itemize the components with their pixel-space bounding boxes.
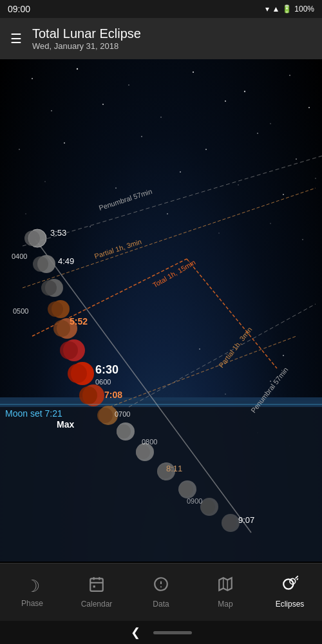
- signal-icon: ▲: [272, 5, 279, 14]
- svg-point-26: [167, 213, 168, 214]
- svg-text:5:52: 5:52: [70, 316, 88, 327]
- svg-point-15: [205, 149, 207, 150]
- data-icon: [153, 576, 169, 597]
- svg-point-107: [160, 586, 162, 587]
- svg-point-1: [77, 68, 78, 70]
- svg-point-63: [79, 386, 97, 404]
- svg-point-14: [141, 136, 142, 137]
- svg-point-49: [24, 231, 40, 246]
- nav-item-calendar[interactable]: Calendar: [71, 576, 122, 609]
- svg-point-25: [90, 226, 91, 227]
- svg-point-29: [302, 239, 303, 240]
- svg-point-7: [102, 104, 104, 105]
- svg-text:7:08: 7:08: [104, 390, 122, 400]
- svg-point-8: [160, 117, 162, 118]
- svg-point-75: [201, 500, 215, 514]
- svg-point-65: [97, 408, 113, 423]
- svg-line-41: [129, 304, 316, 407]
- svg-text:0900: 0900: [187, 497, 202, 505]
- svg-point-16: [257, 133, 258, 134]
- battery-icon: 🔋: [282, 5, 292, 14]
- eclipse-visualization: 3:53 4:49 5:52 6:30 7:08 8:11 9:07 0400 …: [0, 59, 322, 562]
- status-time: 09:00: [8, 4, 30, 14]
- svg-rect-38: [0, 401, 322, 562]
- svg-point-30: [199, 348, 200, 350]
- svg-point-28: [270, 223, 270, 223]
- svg-text:Penumbral 57min: Penumbral 57min: [98, 187, 153, 212]
- svg-point-3: [193, 71, 194, 73]
- svg-point-59: [60, 341, 78, 359]
- svg-text:9:07: 9:07: [238, 515, 254, 525]
- svg-text:8:11: 8:11: [166, 464, 182, 473]
- nav-label-phase: Phase: [21, 599, 43, 608]
- svg-text:6:30: 6:30: [95, 363, 118, 376]
- svg-point-73: [179, 482, 193, 497]
- nav-item-data[interactable]: Data: [135, 576, 187, 609]
- system-navigation: ❮: [0, 621, 322, 644]
- nav-item-eclipses[interactable]: Eclipses: [264, 576, 316, 609]
- svg-text:0600: 0600: [95, 378, 111, 386]
- wifi-icon: ▾: [265, 5, 269, 14]
- status-icons: ▾ ▲ 🔋 100%: [265, 5, 314, 14]
- svg-point-27: [218, 232, 220, 234]
- svg-text:0400: 0400: [12, 252, 27, 260]
- svg-point-32: [283, 355, 284, 356]
- svg-point-10: [270, 123, 270, 124]
- svg-point-22: [283, 194, 284, 195]
- svg-text:Partial 1h, 3min: Partial 1h, 3min: [93, 238, 142, 260]
- nav-label-calendar: Calendar: [81, 600, 113, 609]
- phase-icon: ☽: [25, 576, 40, 596]
- svg-point-57: [53, 320, 70, 337]
- svg-point-24: [25, 213, 26, 214]
- svg-text:0500: 0500: [13, 307, 28, 315]
- header: ☰ Total Lunar Eclipse Wed, January 31, 2…: [0, 18, 322, 59]
- svg-text:0700: 0700: [115, 410, 130, 418]
- svg-point-4: [244, 91, 245, 92]
- svg-point-19: [115, 187, 117, 189]
- header-text: Total Lunar Eclipse Wed, January 31, 201…: [32, 26, 141, 51]
- svg-line-112: [296, 576, 298, 578]
- map-icon: [217, 576, 234, 597]
- svg-point-21: [238, 184, 239, 185]
- svg-point-20: [180, 171, 181, 173]
- page-title: Total Lunar Eclipse: [32, 26, 141, 41]
- battery-percent: 100%: [294, 5, 314, 14]
- svg-text:Partial 1h, 3min: Partial 1h, 3min: [217, 326, 254, 370]
- svg-rect-100: [90, 578, 103, 591]
- svg-point-53: [41, 280, 57, 296]
- svg-point-17: [296, 158, 297, 160]
- svg-point-13: [64, 142, 65, 144]
- back-arrow[interactable]: ❮: [131, 625, 140, 639]
- svg-point-2: [128, 84, 129, 86]
- nav-item-phase[interactable]: ☽ Phase: [6, 576, 58, 608]
- svg-point-77: [222, 516, 236, 530]
- nav-item-map[interactable]: Map: [200, 576, 251, 609]
- svg-rect-39: [0, 397, 322, 407]
- navigation-bar: ☽ Phase Calendar Data: [0, 563, 322, 621]
- svg-text:3:53: 3:53: [50, 228, 66, 238]
- calendar-icon: [88, 576, 105, 597]
- svg-point-11: [308, 107, 310, 108]
- svg-point-12: [19, 149, 20, 150]
- menu-icon[interactable]: ☰: [10, 31, 22, 46]
- svg-point-5: [289, 75, 290, 76]
- nav-label-map: Map: [218, 600, 232, 609]
- eclipses-icon: [281, 576, 298, 597]
- svg-point-51: [33, 256, 48, 272]
- svg-rect-104: [93, 585, 95, 587]
- svg-point-23: [315, 178, 316, 178]
- svg-text:Max: Max: [57, 419, 74, 430]
- svg-point-69: [136, 445, 150, 459]
- page-subtitle: Wed, January 31, 2018: [32, 41, 141, 51]
- svg-point-33: [225, 393, 226, 395]
- svg-point-0: [32, 78, 33, 79]
- svg-text:0800: 0800: [142, 438, 157, 446]
- svg-point-9: [225, 100, 226, 102]
- home-pill[interactable]: [153, 631, 192, 634]
- svg-point-6: [51, 110, 52, 111]
- nav-label-data: Data: [153, 600, 169, 609]
- svg-point-18: [44, 181, 45, 182]
- nav-label-eclipses: Eclipses: [276, 600, 305, 609]
- svg-point-67: [117, 424, 131, 439]
- svg-text:4:49: 4:49: [58, 256, 74, 266]
